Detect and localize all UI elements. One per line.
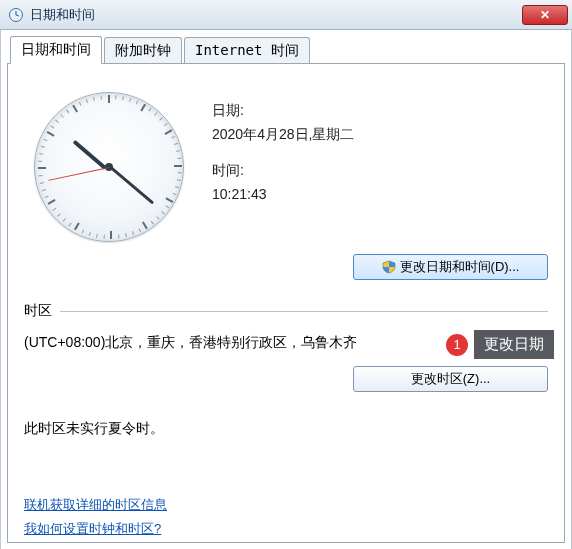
- link-how-to-set[interactable]: 我如何设置时钟和时区?: [24, 520, 167, 538]
- annotation-number: 1: [446, 334, 468, 356]
- date-label: 日期:: [212, 102, 354, 120]
- tab-additional-clocks[interactable]: 附加时钟: [104, 37, 182, 64]
- dst-note: 此时区未实行夏令时。: [24, 420, 548, 438]
- tab-strip: 日期和时间 附加时钟 Internet 时间: [7, 36, 565, 64]
- analog-clock: [24, 82, 194, 252]
- divider: [60, 311, 548, 312]
- time-value: 10:21:43: [212, 186, 354, 202]
- annotation-text: 更改日期: [474, 330, 554, 359]
- close-icon: ✕: [540, 9, 550, 21]
- tab-panel-datetime: 日期: 2020年4月28日,星期二 时间: 10:21:43 更改日期和时间(…: [7, 63, 565, 543]
- change-datetime-button[interactable]: 更改日期和时间(D)...: [353, 254, 548, 280]
- uac-shield-icon: [382, 260, 396, 274]
- timezone-section-label: 时区: [24, 302, 52, 320]
- change-timezone-button[interactable]: 更改时区(Z)...: [353, 366, 548, 392]
- annotation-callout: 1 更改日期: [446, 330, 554, 359]
- dialog-content: 日期和时间 附加时钟 Internet 时间 日期: 2020年4月28日,星期…: [0, 30, 572, 549]
- change-datetime-label: 更改日期和时间(D)...: [400, 258, 520, 276]
- timezone-section-header: 时区: [24, 302, 548, 320]
- time-label: 时间:: [212, 162, 354, 180]
- change-timezone-label: 更改时区(Z)...: [411, 370, 490, 388]
- close-button[interactable]: ✕: [522, 5, 568, 25]
- clock-app-icon: [8, 7, 24, 23]
- help-links: 联机获取详细的时区信息 我如何设置时钟和时区?: [24, 490, 167, 538]
- datetime-info: 日期: 2020年4月28日,星期二 时间: 10:21:43: [194, 82, 354, 252]
- tab-datetime[interactable]: 日期和时间: [10, 36, 102, 64]
- link-detailed-tz[interactable]: 联机获取详细的时区信息: [24, 496, 167, 514]
- date-value: 2020年4月28日,星期二: [212, 126, 354, 144]
- titlebar: 日期和时间 ✕: [0, 0, 572, 30]
- tab-internet-time[interactable]: Internet 时间: [184, 37, 310, 64]
- window-title: 日期和时间: [30, 6, 95, 24]
